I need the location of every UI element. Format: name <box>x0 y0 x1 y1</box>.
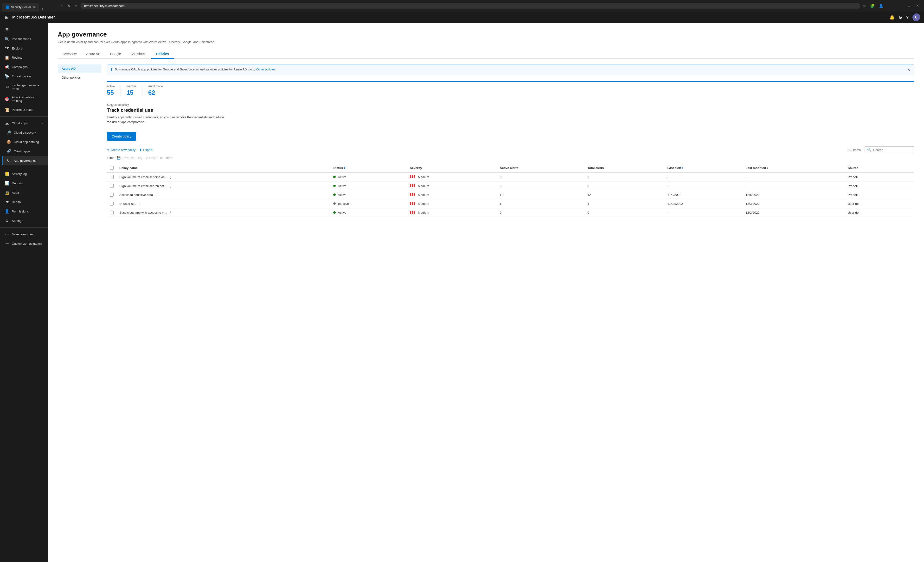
new-tab-button[interactable]: + <box>39 6 46 12</box>
row-policy-name: Access to sensitive data ⋮ <box>117 190 330 199</box>
last-modified-sort[interactable]: Last modified ↓ <box>746 166 768 170</box>
row-checkbox[interactable] <box>110 211 114 214</box>
left-nav-other-policies[interactable]: Other policies <box>58 73 101 82</box>
sidebar-item-cloud-app-catalog[interactable]: 📦 Cloud app catalog <box>2 137 48 146</box>
export-button[interactable]: ⬇ Export <box>140 147 152 152</box>
settings-icon[interactable]: ⚙ <box>898 15 902 20</box>
row-checkbox[interactable] <box>110 184 114 188</box>
content-panes: Azure AD Other policies ℹ To manage OAut… <box>58 64 914 217</box>
status-info-icon[interactable]: ℹ <box>344 166 345 170</box>
row-menu-icon[interactable]: ⋮ <box>168 175 173 179</box>
search-input[interactable] <box>873 148 912 152</box>
suggested-label: Suggested policy <box>107 103 914 106</box>
sidebar-item-permissions[interactable]: 👤 Permissions <box>0 207 48 216</box>
cloud-discovery-icon: 🔎 <box>6 130 11 135</box>
export-icon: ⬇ <box>140 148 142 152</box>
waffle-icon[interactable]: ⊞ <box>4 14 9 21</box>
left-nav-azure-ad[interactable]: Azure AD <box>58 64 101 73</box>
sev-bar-1 <box>410 175 411 178</box>
sidebar-item-activity-log[interactable]: 📒 Activity log <box>0 169 48 179</box>
select-all-checkbox[interactable] <box>110 166 114 170</box>
row-total-alerts: 0 <box>585 172 664 181</box>
sidebar-item-attack-simulation[interactable]: 🎯 Attack simulation training <box>0 93 48 105</box>
right-pane: ℹ To manage OAuth app policies for Googl… <box>107 64 914 217</box>
bookmark-icon[interactable]: ☆ <box>862 3 867 9</box>
sidebar-label-investigations: Investigations <box>12 37 31 41</box>
tab-google[interactable]: Google <box>105 49 126 59</box>
item-count: 132 items <box>847 148 861 152</box>
back-button[interactable]: ← <box>50 3 56 9</box>
last-alert-info-icon[interactable]: ℹ <box>682 166 683 170</box>
row-menu-icon[interactable]: ⋮ <box>137 202 142 206</box>
row-checkbox[interactable] <box>110 202 114 206</box>
sidebar-label-threat-tracker: Threat tracker <box>12 75 31 78</box>
sev-bar-1 <box>410 193 411 196</box>
sidebar-item-cloud-discovery[interactable]: 🔎 Cloud discovery <box>2 128 48 137</box>
row-source: User de... <box>845 199 914 208</box>
save-query-button[interactable]: 💾 Save the query <box>117 156 142 160</box>
avatar[interactable]: U <box>912 13 920 21</box>
reset-button[interactable]: ↺ Reset <box>146 156 157 160</box>
close-window-button[interactable]: ✕ <box>914 2 922 10</box>
sidebar-item-review[interactable]: 📋 Review <box>0 53 48 62</box>
sev-bar-1 <box>410 202 411 205</box>
left-pane: Azure AD Other policies <box>58 64 101 217</box>
create-policy-button[interactable]: Create policy <box>107 132 136 140</box>
tab-salesforce[interactable]: Salesforce <box>126 49 152 59</box>
app-governance-icon: 🛡 <box>6 158 11 163</box>
address-bar[interactable] <box>80 3 860 9</box>
sidebar-item-settings[interactable]: ⚙ Settings <box>0 216 48 226</box>
sidebar-item-health[interactable]: ❤ Health <box>0 197 48 207</box>
th-total-alerts: Total alerts <box>585 163 664 172</box>
th-last-modified[interactable]: Last modified ↓ <box>743 163 845 172</box>
extensions-icon[interactable]: 🧩 <box>869 3 876 9</box>
profile-icon[interactable]: 👤 <box>878 3 885 9</box>
row-last-modified: 12/3/2022 <box>743 199 845 208</box>
notification-icon[interactable]: 🔔 <box>890 15 895 20</box>
tab-policies[interactable]: Policies <box>152 49 174 59</box>
minimize-button[interactable]: — <box>896 2 905 10</box>
other-policies-link[interactable]: Other policies <box>256 67 275 71</box>
filter-row: Filter 💾 Save the query ↺ Reset ⊞ Filter… <box>107 156 914 160</box>
sidebar-item-reports[interactable]: 📊 Reports <box>0 179 48 188</box>
sidebar-item-explorer[interactable]: 🗺 Explorer <box>0 44 48 53</box>
create-new-policy-button[interactable]: ✎ Create new policy <box>107 147 135 152</box>
sidebar-item-customize-navigation[interactable]: ✏ Customize navigation <box>0 239 48 248</box>
row-menu-icon[interactable]: ⋮ <box>154 193 159 197</box>
sidebar-item-policies-rules[interactable]: 📜 Policies & rules <box>0 105 48 114</box>
tab-close-button[interactable]: ✕ <box>33 6 35 9</box>
sidebar-item-investigations[interactable]: 🔍 Investigations <box>0 34 48 44</box>
home-button[interactable]: ⌂ <box>73 3 78 9</box>
sidebar-item-app-governance[interactable]: 🛡 App governance <box>2 156 48 165</box>
info-banner-close[interactable]: ✕ <box>907 67 910 72</box>
row-checkbox[interactable] <box>110 175 114 179</box>
sidebar-item-more-resources[interactable]: ⋯ More resources <box>0 230 48 239</box>
maximize-button[interactable]: □ <box>905 2 914 10</box>
search-box[interactable]: 🔍 <box>865 146 914 153</box>
row-last-modified: 12/6/2022 <box>743 190 845 199</box>
severity-bars <box>410 193 415 196</box>
active-tab[interactable]: Security Center ✕ <box>2 3 39 12</box>
refresh-button[interactable]: ↻ <box>66 3 72 9</box>
filters-button[interactable]: ⊞ Filters <box>160 156 172 160</box>
row-checkbox[interactable] <box>110 193 114 197</box>
sidebar-item-oauth-apps[interactable]: 🔗 OAuth apps <box>2 146 48 156</box>
row-total-alerts: 12 <box>585 190 664 199</box>
app-shell: ⊞ Microsoft 365 Defender 🔔 ⚙ ? U ☰ 🔍 Inv… <box>0 12 924 562</box>
row-policy-name: High volume of email sending ac... ⋮ <box>117 172 330 181</box>
sidebar-item-threat-tracker[interactable]: 📡 Threat tracker <box>0 72 48 81</box>
tab-azure-ad[interactable]: Azure AD <box>81 49 105 59</box>
tab-overview[interactable]: Overview <box>58 49 81 59</box>
sidebar-item-campaigns[interactable]: 📢 Campaigns <box>0 62 48 72</box>
row-menu-icon[interactable]: ⋮ <box>168 184 173 188</box>
row-status: Active <box>330 172 407 181</box>
forward-button[interactable]: → <box>57 3 64 9</box>
sidebar-cloud-apps-group[interactable]: ☁ Cloud apps ▲ <box>0 118 48 128</box>
sidebar-item-audit[interactable]: 🔏 Audit <box>0 188 48 197</box>
sidebar-item-exchange-message-trace[interactable]: ✉ Exchange message trace <box>0 81 48 93</box>
more-options-icon[interactable]: ⋯ <box>886 3 892 9</box>
row-menu-icon[interactable]: ⋮ <box>168 211 173 214</box>
help-icon[interactable]: ? <box>906 15 909 20</box>
row-last-alert: - <box>664 172 742 181</box>
sidebar-collapse-button[interactable]: ☰ <box>0 25 48 34</box>
